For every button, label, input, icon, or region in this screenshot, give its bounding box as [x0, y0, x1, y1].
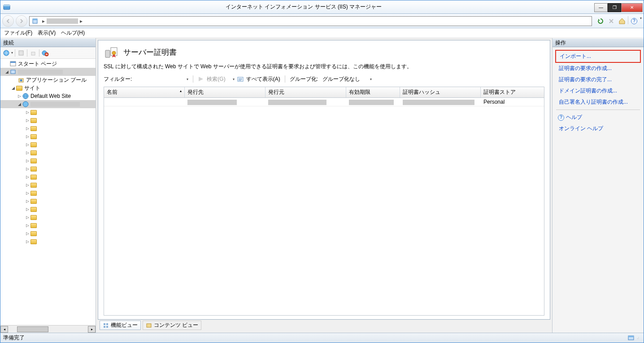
col-name[interactable]: 名前▴ [104, 87, 185, 97]
col-issued-by[interactable]: 発行元 [265, 87, 346, 97]
tree-folder-item[interactable]: ▷ [0, 132, 96, 141]
tree-sites[interactable]: ◢ サイト [0, 84, 96, 92]
expand-icon[interactable]: ▷ [17, 94, 22, 98]
tree-site-node[interactable]: ◢ [0, 100, 96, 108]
address-bar[interactable]: ▸ ▸ [29, 16, 592, 26]
collapse-icon[interactable]: ◢ [17, 102, 22, 106]
tree-horizontal-scrollbar[interactable]: ◂ ▸ [0, 325, 96, 333]
tree-folder-item[interactable]: ▷ [0, 197, 96, 205]
tree-folder-item[interactable]: ▷ [0, 157, 96, 165]
tree-server-node[interactable]: ◢ [0, 68, 96, 76]
action-help[interactable]: ? ヘルプ [555, 112, 641, 123]
folder-icon [30, 181, 37, 189]
tree-start-page[interactable]: スタート ページ [0, 60, 96, 68]
svg-rect-22 [104, 326, 105, 328]
group-dropdown-icon[interactable]: ▾ [370, 77, 372, 81]
expand-icon[interactable]: ▷ [25, 199, 30, 203]
stop-icon[interactable] [606, 16, 616, 26]
up-icon[interactable] [29, 49, 37, 57]
tab-features-view[interactable]: 機能ビュー [100, 321, 141, 330]
cell-issued-by [265, 98, 346, 106]
expand-icon[interactable]: ▷ [25, 158, 30, 163]
expand-icon[interactable]: ▷ [25, 191, 30, 195]
action-create-self-signed[interactable]: 自己署名入り証明書の作成... [555, 97, 641, 108]
tree-folder-item[interactable]: ▷ [0, 229, 96, 237]
tree-folder-item[interactable]: ▷ [0, 108, 96, 116]
tree-folder-item[interactable]: ▷ [0, 205, 96, 213]
expand-icon[interactable]: ▷ [25, 207, 30, 211]
scroll-thumb[interactable] [17, 326, 48, 332]
status-config-icon[interactable] [627, 334, 635, 342]
tree-folder-item[interactable]: ▷ [0, 237, 96, 246]
connect-icon[interactable] [2, 49, 10, 57]
col-expiration[interactable]: 有効期限 [346, 87, 400, 97]
certificates-grid[interactable]: 名前▴ 発行先 発行元 有効期限 証明書ハッシュ 証明書ストア Personal [104, 87, 544, 316]
forward-button[interactable] [16, 15, 27, 27]
tab-content-view[interactable]: コンテンツ ビュー [143, 321, 201, 330]
connections-tree[interactable]: スタート ページ ◢ アプリケーション プール ◢ サイト [0, 59, 96, 325]
help-icon[interactable]: ? [629, 16, 639, 26]
remove-connection-icon[interactable] [41, 49, 49, 57]
col-store[interactable]: 証明書ストア [481, 87, 544, 97]
filter-input[interactable] [135, 75, 184, 83]
group-value[interactable]: グループ化なし [321, 75, 367, 83]
expand-icon[interactable]: ▷ [25, 150, 30, 155]
menu-help[interactable]: ヘルプ(H) [61, 29, 85, 37]
tree-folder-item[interactable]: ▷ [0, 149, 96, 157]
tree-folder-item[interactable]: ▷ [0, 181, 96, 189]
tree-default-site[interactable]: ▷ Default Web Site [0, 92, 96, 100]
search-dropdown-icon[interactable]: ▾ [233, 77, 235, 81]
expand-icon[interactable]: ▷ [25, 223, 30, 228]
tree-folder-item[interactable]: ▷ [0, 165, 96, 173]
show-all-icon[interactable] [237, 76, 244, 82]
maximize-button[interactable]: ❐ [608, 3, 621, 12]
refresh-icon[interactable] [596, 16, 605, 26]
col-issued-to[interactable]: 発行先 [185, 87, 265, 97]
svg-rect-23 [106, 326, 108, 328]
tree-folder-item[interactable]: ▷ [0, 124, 96, 132]
menu-file[interactable]: ファイル(F) [4, 29, 32, 37]
tree-folder-item[interactable]: ▷ [0, 141, 96, 149]
tree-folder-item[interactable]: ▷ [0, 221, 96, 229]
expand-icon[interactable]: ▷ [25, 167, 30, 171]
search-icon[interactable] [198, 76, 204, 82]
expand-icon[interactable]: ▷ [25, 126, 30, 131]
expand-icon[interactable]: ▷ [25, 134, 30, 139]
show-all-label[interactable]: すべて表示(A) [246, 75, 280, 83]
action-online-help[interactable]: オンライン ヘルプ [555, 123, 641, 134]
expand-icon[interactable]: ▷ [25, 183, 30, 187]
expand-icon[interactable]: ▷ [25, 231, 30, 236]
menu-view[interactable]: 表示(V) [38, 29, 56, 37]
close-button[interactable]: ✕ [621, 3, 643, 12]
tree-app-pools[interactable]: アプリケーション プール [0, 76, 96, 84]
expand-icon[interactable]: ▷ [25, 118, 30, 123]
back-button[interactable] [2, 15, 14, 27]
expand-icon[interactable]: ▷ [25, 215, 30, 220]
scroll-left-icon[interactable]: ◂ [0, 326, 8, 333]
tree-folder-item[interactable]: ▷ [0, 116, 96, 124]
minimize-button[interactable]: — [594, 3, 608, 12]
grid-data-row[interactable]: Personal [104, 98, 544, 106]
tree-folder-item[interactable]: ▷ [0, 213, 96, 221]
folder-icon [30, 198, 37, 205]
filter-dropdown-icon[interactable]: ▾ [187, 77, 188, 81]
tree-folder-item[interactable]: ▷ [0, 189, 96, 197]
expand-icon[interactable]: ▷ [25, 110, 30, 114]
scroll-track[interactable] [8, 326, 88, 333]
action-create-request[interactable]: 証明書の要求の作成... [555, 63, 641, 74]
collapse-icon[interactable]: ◢ [4, 70, 9, 74]
expand-icon[interactable]: ▷ [25, 142, 30, 147]
tree-folder-item[interactable]: ▷ [0, 173, 96, 181]
scroll-right-icon[interactable]: ▸ [88, 326, 96, 333]
home-icon[interactable] [617, 16, 627, 26]
expand-icon[interactable]: ▷ [25, 239, 30, 244]
save-icon[interactable] [17, 49, 25, 57]
collapse-icon[interactable]: ◢ [10, 86, 16, 90]
breadcrumb-server-name[interactable] [47, 18, 78, 24]
action-create-domain-cert[interactable]: ドメイン証明書の作成... [555, 85, 641, 97]
col-hash[interactable]: 証明書ハッシュ [400, 87, 481, 97]
action-complete-request[interactable]: 証明書の要求の完了... [555, 74, 641, 85]
expand-icon[interactable]: ▷ [25, 175, 30, 179]
action-import[interactable]: インポート... [555, 50, 641, 63]
search-label[interactable]: 検索(G) [207, 75, 225, 83]
